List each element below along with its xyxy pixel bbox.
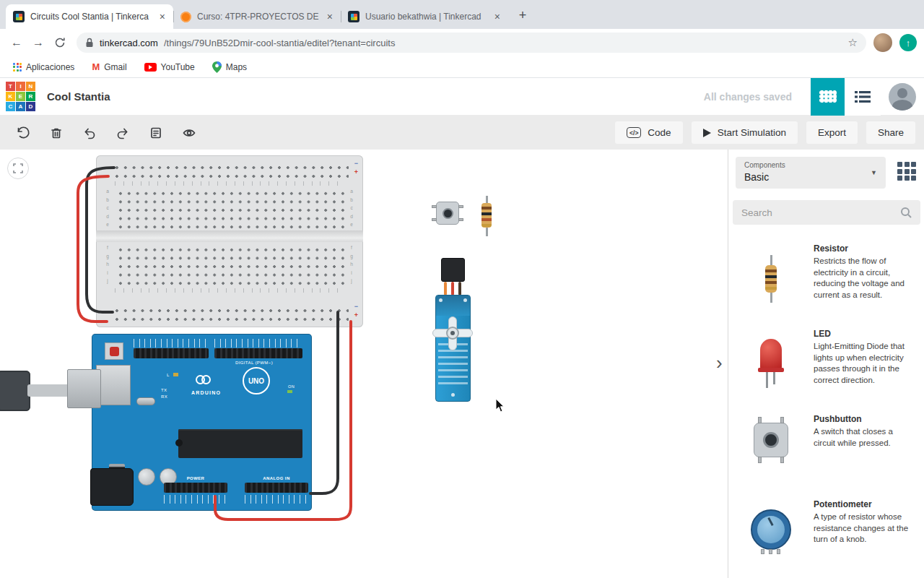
reset-button[interactable] (105, 342, 123, 360)
breadboard-top-rail: − + (110, 160, 349, 179)
browser-profile-avatar[interactable] (873, 33, 892, 52)
digital-header-left[interactable] (134, 348, 209, 358)
tab-close-icon[interactable]: × (157, 11, 167, 22)
components-category-dropdown[interactable]: Components Basic ▼ (736, 157, 886, 189)
grid-view-button[interactable] (897, 162, 916, 181)
breadboard-row-letters: a b c d e (105, 187, 110, 229)
reload-button[interactable] (51, 33, 69, 52)
breadboard-bottom-rail: − + (110, 303, 349, 322)
bookmarks-bar: Aplicaciones M Gmail YouTube Maps (0, 56, 924, 78)
redo-button[interactable] (108, 120, 137, 146)
play-icon (703, 129, 711, 137)
potentiometer-thumbnail (728, 499, 814, 554)
component-item-led[interactable]: LED Light-Emitting Diode that lights up … (728, 329, 924, 391)
component-name: Potentiometer (814, 499, 912, 509)
extension-icon[interactable]: ↑ (899, 34, 917, 51)
design-title[interactable]: Cool Stantia (47, 90, 110, 103)
panel-collapse-button[interactable]: › (716, 353, 723, 372)
course-favicon (180, 12, 191, 22)
bookmark-maps[interactable]: Maps (212, 61, 247, 73)
tab-close-icon[interactable]: × (325, 11, 335, 22)
analog-pin-labels (245, 495, 308, 504)
fit-icon (13, 163, 23, 173)
rail-plus-label: + (354, 169, 358, 176)
tab-curso[interactable]: Curso: 4TPR-PROYECTOS DE × (173, 4, 341, 29)
bookmark-youtube[interactable]: YouTube (144, 62, 195, 72)
browser-address-bar: ← → tinkercad.com /things/79UnB52Dmir-co… (0, 29, 924, 56)
breadboard-column-numbers (115, 181, 344, 186)
visibility-button[interactable] (175, 120, 204, 146)
usb-cable-end[interactable] (0, 371, 30, 411)
analog-header[interactable] (245, 483, 308, 493)
breadboard-row-letters: a b c d e (349, 187, 354, 229)
bookmark-gmail[interactable]: M Gmail (92, 62, 126, 72)
component-search[interactable] (733, 200, 920, 225)
pushbutton-leg (432, 205, 437, 208)
component-name: LED (814, 329, 912, 339)
servo-wire-signal (444, 282, 447, 296)
crystal-oscillator (136, 397, 155, 405)
share-button[interactable]: Share (866, 121, 915, 144)
delete-button[interactable] (42, 120, 71, 146)
component-item-pushbutton[interactable]: Pushbutton A switch that closes a circui… (728, 414, 924, 457)
digital-header-right[interactable] (214, 348, 302, 358)
code-button[interactable]: </> Code (615, 121, 683, 144)
user-avatar[interactable] (881, 78, 924, 116)
servo-connector[interactable] (441, 258, 465, 282)
breadboard[interactable]: − + a b c d e a b c d e f g h i j f g h … (96, 155, 363, 327)
maps-pin-icon (212, 61, 222, 73)
digital-pin-labels (134, 339, 209, 348)
zoom-to-fit-button[interactable] (7, 158, 29, 179)
digital-label: DIGITAL (PWM~) (200, 361, 308, 365)
circuit-view-button[interactable] (811, 78, 845, 116)
export-button[interactable]: Export (806, 121, 858, 144)
start-simulation-button[interactable]: Start Simulation (692, 121, 798, 144)
breadboard-column-numbers (115, 288, 344, 293)
usb-plug[interactable] (67, 369, 101, 408)
bookmark-aplicaciones[interactable]: Aplicaciones (13, 62, 74, 72)
component-list-button[interactable] (845, 78, 881, 116)
chevron-down-icon: ▼ (871, 169, 877, 176)
component-name: Pushbutton (814, 414, 912, 424)
component-item-resistor[interactable]: Resistor Restricts the flow of electrici… (728, 243, 924, 303)
url-path: /things/79UnB52Dmir-cool-stantia/editel?… (164, 38, 842, 48)
tinkercad-logo[interactable]: TIN KER CAD (6, 82, 35, 111)
servo-hub[interactable] (446, 327, 459, 340)
component-description: Restricts the flow of electricity in a c… (814, 256, 912, 301)
bookmark-label: Maps (226, 62, 247, 72)
url-omnibox[interactable]: tinkercad.com /things/79UnB52Dmir-cool-s… (77, 33, 866, 53)
undo-button[interactable] (75, 120, 104, 146)
led-thumbnail (728, 329, 814, 391)
pushbutton-component[interactable] (436, 202, 459, 225)
tab-close-icon[interactable]: × (492, 11, 502, 22)
analog-label: ANALOG IN (245, 476, 308, 480)
usb-cable[interactable] (27, 384, 71, 397)
notes-button[interactable] (141, 120, 170, 146)
power-header[interactable] (164, 483, 227, 493)
tab-usuario[interactable]: Usuario bekathwia | Tinkercad × (341, 4, 508, 29)
logo-tile: I (16, 82, 25, 91)
on-label: ON (288, 384, 295, 389)
back-button[interactable]: ← (7, 33, 26, 52)
bookmark-star-icon[interactable]: ☆ (848, 36, 858, 49)
category-value: Basic (744, 171, 877, 183)
lock-icon (85, 38, 94, 48)
resistor-component[interactable] (481, 196, 492, 236)
search-input[interactable] (741, 207, 894, 218)
component-item-potentiometer[interactable]: Potentiometer A type of resistor whose r… (728, 499, 924, 554)
power-label: POWER (164, 476, 227, 480)
servo-screw (463, 298, 467, 302)
resistor-body (481, 203, 492, 228)
rotate-button[interactable] (9, 120, 38, 146)
circuit-canvas[interactable]: − + a b c d e a b c d e f g h i j f g h … (0, 150, 728, 578)
arduino-uno[interactable]: DIGITAL (PWM~) L TX RX ARDUINO UNO ON PO… (92, 334, 312, 511)
editor-toolbar: </> Code Start Simulation Export Share (0, 116, 924, 150)
new-tab-button[interactable]: + (513, 5, 533, 25)
tab-circuits-editor[interactable]: Circuits Cool Stantia | Tinkerca × (6, 4, 173, 29)
apps-grid-icon (13, 63, 22, 72)
power-pin-labels (164, 495, 227, 504)
breadboard-row-letters: f g h i j (105, 243, 110, 285)
breadboard-view-icon (819, 90, 837, 103)
forward-button[interactable]: → (29, 33, 48, 52)
export-label: Export (818, 127, 846, 138)
